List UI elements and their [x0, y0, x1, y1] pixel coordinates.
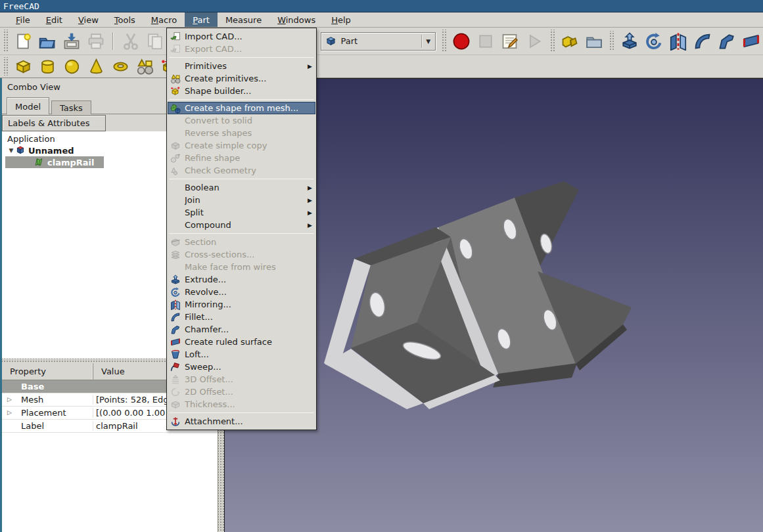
primitive-cone-button[interactable] — [84, 56, 108, 77]
menu-item-export-cad[interactable]: Export CAD... — [168, 43, 315, 55]
macro-record-button[interactable] — [450, 29, 474, 53]
menu-item-3d-offset[interactable]: 3D Offset... — [168, 373, 315, 386]
menu-item-cross-sections[interactable]: Cross-sections... — [168, 248, 315, 261]
menu-item-primitives[interactable]: Primitives▶ — [168, 60, 315, 72]
menu-item-section[interactable]: Section — [168, 236, 315, 248]
toolbar-drag-handle[interactable] — [3, 57, 9, 76]
compound-folder-button[interactable] — [582, 29, 606, 53]
mesh-icon — [34, 157, 45, 167]
toolbar-drag-handle[interactable] — [3, 30, 8, 53]
simple-copy-icon — [170, 141, 181, 151]
menu-item-create-simple-copy[interactable]: Create simple copy — [168, 139, 315, 152]
menu-item-label: 2D Offset... — [185, 387, 312, 397]
primitive-sphere-button[interactable] — [60, 56, 84, 77]
menu-tools[interactable]: Tools — [106, 12, 143, 27]
expander-closed-icon[interactable]: ▷ — [7, 396, 12, 403]
menu-item-label: Reverse shapes — [185, 128, 312, 138]
primitive-create-primitives-button[interactable] — [133, 56, 157, 77]
menu-icon-placeholder — [170, 128, 181, 139]
primitive-cylinder-button[interactable] — [35, 56, 60, 77]
menu-item-loft[interactable]: Loft... — [168, 348, 315, 361]
window-titlebar[interactable]: FreeCAD — [0, 0, 763, 12]
fillet-button[interactable] — [690, 29, 714, 53]
menu-item-label: Export CAD... — [185, 44, 312, 54]
menu-item-label: Create primitives... — [185, 74, 312, 83]
menu-separator — [169, 57, 314, 58]
workbench-selector[interactable]: Part ▼ — [321, 32, 436, 51]
save-file-button[interactable] — [59, 29, 83, 53]
property-column-header[interactable]: Property — [2, 363, 93, 380]
copy-button[interactable] — [143, 29, 167, 53]
menu-item-import-cad[interactable]: Import CAD... — [168, 30, 315, 43]
menu-item-refine-shape[interactable]: Refine shape — [168, 152, 315, 164]
menu-separator — [169, 179, 314, 179]
menu-item-split[interactable]: Split▶ — [168, 206, 315, 219]
menu-item-thickness[interactable]: Thickness... — [168, 398, 315, 410]
menu-macro[interactable]: Macro — [143, 12, 185, 27]
chamfer-button[interactable] — [714, 29, 739, 53]
menu-item-shape-builder[interactable]: Shape builder... — [168, 85, 315, 97]
mirroring-button[interactable] — [666, 29, 690, 53]
tree-column-header[interactable]: Labels & Attributes — [2, 115, 106, 131]
menu-item-create-primitives[interactable]: Create primitives... — [168, 72, 315, 85]
boolean-button[interactable] — [557, 29, 582, 53]
part-menu: Import CAD...Export CAD...Primitives▶Cre… — [166, 28, 317, 430]
menu-item-fillet[interactable]: Fillet... — [168, 311, 315, 323]
menu-item-revolve[interactable]: Revolve... — [168, 286, 315, 298]
menu-item-create-ruled-surface[interactable]: Create ruled surface — [168, 336, 315, 348]
menu-icon-placeholder — [170, 61, 181, 72]
menu-item-attachment[interactable]: Attachment... — [168, 415, 315, 428]
primitive-box-button[interactable] — [11, 56, 35, 77]
extrude-button[interactable] — [617, 29, 641, 53]
ruled-surface-button[interactable] — [739, 29, 763, 53]
chevron-down-icon[interactable]: ▼ — [426, 38, 435, 45]
menu-edit[interactable]: Edit — [38, 12, 70, 27]
expander-open-icon[interactable]: ▼ — [7, 147, 15, 154]
menu-view[interactable]: View — [70, 12, 106, 27]
menu-measure[interactable]: Measure — [218, 12, 269, 27]
tree-item-clamprail-selected[interactable]: clampRail — [5, 156, 104, 168]
toolbar-drag-handle[interactable] — [441, 30, 446, 53]
menu-help[interactable]: Help — [323, 12, 359, 27]
mesh-item-label: clampRail — [47, 158, 94, 167]
tab-tasks[interactable]: Tasks — [51, 100, 91, 114]
menu-item-chamfer[interactable]: Chamfer... — [168, 323, 315, 336]
value-column-header[interactable]: Value — [93, 363, 125, 380]
property-panel-empty — [2, 433, 218, 532]
menu-item-boolean[interactable]: Boolean▶ — [168, 181, 315, 194]
menu-part[interactable]: Part — [185, 12, 218, 27]
menu-item-label: Refine shape — [185, 153, 312, 163]
new-file-button[interactable] — [11, 29, 35, 53]
menu-windows[interactable]: Windows — [269, 12, 323, 27]
toolbar-drag-handle[interactable] — [549, 30, 555, 53]
macro-edit-button[interactable] — [498, 29, 522, 53]
cut-button[interactable] — [118, 29, 143, 53]
menu-item-compound[interactable]: Compound▶ — [168, 219, 315, 231]
menu-item-make-face-from-wires[interactable]: Make face from wires — [168, 261, 315, 273]
menu-item-create-shape-from-mesh[interactable]: Create shape from mesh... — [168, 102, 315, 114]
macro-stop-button[interactable] — [474, 29, 498, 53]
menu-item-sweep[interactable]: Sweep... — [168, 361, 315, 373]
menu-item-label: Compound — [185, 220, 302, 230]
expander-closed-icon[interactable]: ▷ — [7, 409, 12, 416]
menu-item-extrude[interactable]: Extrude... — [168, 273, 315, 286]
menu-item-reverse-shapes[interactable]: Reverse shapes — [168, 127, 315, 139]
menu-icon-placeholder — [170, 220, 181, 231]
menu-icon-placeholder — [170, 208, 181, 218]
menu-item-2d-offset[interactable]: 2D Offset... — [168, 386, 315, 398]
open-file-button[interactable] — [35, 29, 59, 53]
menu-file[interactable]: File — [8, 12, 38, 27]
submenu-arrow-icon: ▶ — [308, 197, 312, 204]
tab-model[interactable]: Model — [7, 97, 49, 114]
menu-item-convert-to-solid[interactable]: Convert to solid — [168, 114, 315, 127]
menu-item-join[interactable]: Join▶ — [168, 194, 315, 206]
revolve-button[interactable] — [641, 29, 666, 53]
primitive-torus-button[interactable] — [108, 56, 133, 77]
main-area: Combo View ModelTasks Labels & Attribute… — [0, 78, 763, 532]
menu-item-mirroring[interactable]: Mirroring... — [168, 298, 315, 311]
toolbar-drag-handle[interactable] — [609, 31, 614, 51]
menu-item-check-geometry[interactable]: Check Geometry — [168, 164, 315, 177]
menu-item-label: Create ruled surface — [185, 337, 312, 347]
macro-play-button[interactable] — [522, 29, 547, 53]
print-button[interactable] — [83, 29, 108, 53]
